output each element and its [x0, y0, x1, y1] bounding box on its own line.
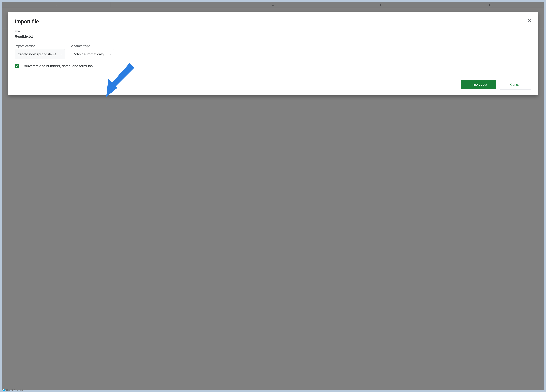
cancel-button[interactable]: Cancel: [499, 80, 531, 89]
convert-checkbox-label: Convert text to numbers, dates, and form…: [22, 64, 93, 68]
close-button[interactable]: [527, 18, 532, 23]
separator-type-label: Separator type: [70, 44, 114, 48]
import-file-dialog: Import file File ReadMe.txt Import locat…: [8, 12, 538, 95]
cancel-button-label: Cancel: [510, 83, 520, 87]
file-name: ReadMe.txt: [15, 35, 531, 38]
import-data-button-label: Import data: [470, 83, 487, 87]
separator-type-dropdown[interactable]: Detect automatically: [70, 49, 114, 59]
chevron-down-icon: [109, 53, 112, 56]
convert-checkbox[interactable]: [15, 64, 19, 68]
dialog-title: Import file: [15, 18, 531, 25]
import-location-value: Create new spreadsheet: [18, 52, 56, 56]
watermark-badge-icon: T: [3, 389, 5, 391]
watermark: T TEMPLATE.NET: [3, 389, 23, 391]
separator-type-value: Detect automatically: [73, 52, 104, 56]
import-location-label: Import location: [15, 44, 65, 48]
close-icon: [528, 19, 532, 22]
spreadsheet-background: E F G H I Import file File ReadMe.txt Im…: [2, 2, 544, 390]
chevron-down-icon: [60, 53, 63, 56]
file-label: File: [15, 30, 531, 33]
import-data-button[interactable]: Import data: [461, 80, 496, 89]
checkmark-icon: [15, 64, 19, 68]
import-location-dropdown[interactable]: Create new spreadsheet: [15, 49, 65, 59]
